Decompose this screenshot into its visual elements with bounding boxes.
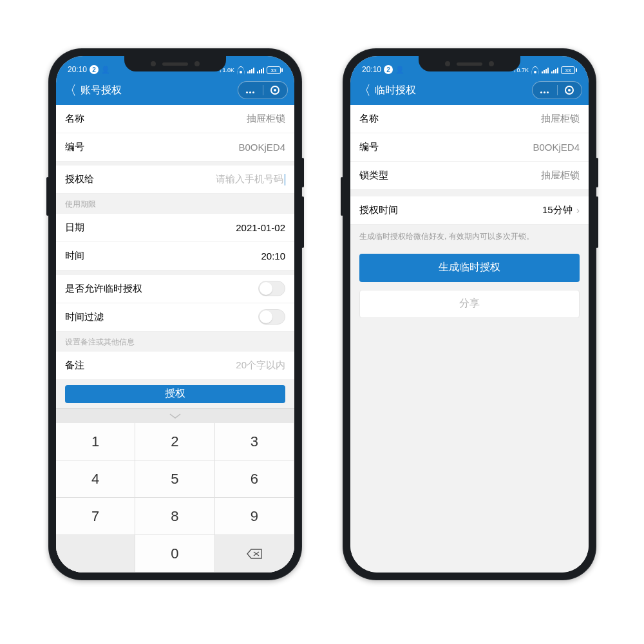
wifi-icon (531, 67, 539, 73)
key-0[interactable]: 0 (135, 535, 214, 573)
label: 名称 (65, 113, 84, 125)
value: 2021-01-02 (236, 222, 285, 233)
row-id: 编号 B0OKjED4 (56, 133, 294, 162)
status-time: 20:10 (362, 65, 381, 74)
label: 时间过滤 (65, 311, 104, 323)
close-button[interactable] (263, 86, 288, 95)
signal-icon (247, 67, 254, 73)
chevron-right-icon: › (576, 205, 580, 216)
key-8[interactable]: 8 (135, 498, 214, 535)
value: 抽屉柜锁 (247, 113, 285, 125)
signal-icon (257, 67, 264, 73)
label: 时间 (65, 250, 84, 262)
battery-icon: 33 (267, 66, 283, 74)
label: 是否允许临时授权 (65, 283, 142, 295)
phone-frame-right: 20:10 2 👤 ↕0.7K 33 〈 临时授权 名称 (343, 48, 596, 580)
label: 授权给 (65, 173, 94, 185)
row-name: 名称 抽屉柜锁 (350, 105, 589, 133)
profile-icon: 👤 (101, 66, 110, 74)
value: B0OKjED4 (533, 142, 580, 153)
phone-input[interactable]: 请输入手机号码 (216, 173, 285, 185)
label: 名称 (359, 113, 379, 125)
toggle-time-filter[interactable] (258, 309, 285, 325)
value: 15分钟 (542, 204, 573, 216)
value: 20:10 (261, 251, 285, 261)
row-allow-temp: 是否允许临时授权 (56, 275, 294, 303)
side-button (301, 196, 304, 248)
section-remark: 设置备注或其他信息 (56, 332, 294, 352)
side-button (596, 196, 598, 248)
notif-badge: 2 (90, 65, 99, 74)
key-1[interactable]: 1 (56, 423, 135, 460)
value: 抽屉柜锁 (541, 113, 580, 125)
nav-bar: 〈 账号授权 (56, 75, 294, 105)
row-auth-time[interactable]: 授权时间 15分钟 › (350, 196, 589, 225)
generate-button[interactable]: 生成临时授权 (359, 254, 580, 282)
key-5[interactable]: 5 (135, 460, 214, 498)
row-time[interactable]: 时间 20:10 (56, 242, 294, 270)
keypad-collapse[interactable] (56, 409, 294, 423)
page-title: 账号授权 (80, 84, 122, 97)
row-lock-type: 锁类型 抽屉柜锁 (350, 162, 589, 190)
signal-icon (551, 67, 558, 73)
mini-program-capsule[interactable] (532, 81, 582, 99)
value: B0OKjED4 (238, 142, 285, 153)
side-button (46, 177, 49, 216)
value: 抽屉柜锁 (541, 169, 580, 182)
page-title: 临时授权 (375, 84, 416, 97)
row-time-filter: 时间过滤 (56, 303, 294, 332)
notch (419, 56, 520, 71)
status-time: 20:10 (68, 65, 87, 74)
screen-left: 20:10 2 👤 ↕1.0K 33 〈 账号授权 名称 (56, 56, 294, 573)
key-backspace[interactable] (215, 535, 294, 573)
notif-badge: 2 (384, 65, 393, 74)
side-button (596, 158, 598, 187)
row-name: 名称 抽屉柜锁 (56, 105, 294, 133)
numeric-keypad: 1 2 3 4 5 6 7 8 9 0 (56, 408, 294, 573)
key-4[interactable]: 4 (56, 460, 135, 498)
key-3[interactable]: 3 (215, 423, 294, 460)
wifi-icon (237, 67, 245, 73)
section-period: 使用期限 (56, 194, 294, 214)
nav-bar: 〈 临时授权 (350, 75, 589, 105)
back-button[interactable]: 〈 (357, 84, 375, 97)
side-button (341, 177, 343, 216)
row-auth-to[interactable]: 授权给 请输入手机号码 (56, 166, 294, 194)
label: 授权时间 (359, 204, 398, 216)
notch (124, 56, 226, 71)
mini-program-capsule[interactable] (238, 81, 288, 99)
row-id: 编号 B0OKjED4 (350, 133, 589, 162)
screen-right: 20:10 2 👤 ↕0.7K 33 〈 临时授权 名称 (350, 56, 589, 573)
phone-frame-left: 20:10 2 👤 ↕1.0K 33 〈 账号授权 名称 (48, 48, 302, 580)
back-button[interactable]: 〈 (62, 84, 80, 97)
key-6[interactable]: 6 (215, 460, 294, 498)
label: 编号 (359, 141, 379, 153)
key-empty[interactable] (56, 535, 135, 573)
label: 锁类型 (359, 169, 388, 182)
side-button (301, 158, 304, 187)
menu-button[interactable] (533, 84, 557, 96)
battery-icon: 33 (561, 66, 577, 74)
content-left: 名称 抽屉柜锁 编号 B0OKjED4 授权给 请输入手机号码 使用期限 日期 … (56, 105, 294, 573)
menu-button[interactable] (238, 84, 263, 96)
close-button[interactable] (558, 86, 582, 95)
share-button[interactable]: 分享 (359, 290, 580, 318)
signal-icon (542, 67, 549, 73)
remark-input[interactable]: 20个字以内 (236, 359, 285, 372)
authorize-button[interactable]: 授权 (65, 385, 285, 403)
key-2[interactable]: 2 (135, 423, 214, 460)
key-7[interactable]: 7 (56, 498, 135, 535)
content-right: 名称 抽屉柜锁 编号 B0OKjED4 锁类型 抽屉柜锁 授权时间 15分钟 ›… (350, 105, 589, 573)
hint-text: 生成临时授权给微信好友, 有效期内可以多次开锁。 (350, 225, 589, 249)
toggle-allow-temp[interactable] (258, 281, 285, 296)
label: 编号 (65, 141, 84, 153)
row-date[interactable]: 日期 2021-01-02 (56, 214, 294, 242)
label: 日期 (65, 222, 84, 234)
profile-icon: 👤 (395, 66, 404, 74)
row-remark[interactable]: 备注 20个字以内 (56, 352, 294, 380)
label: 备注 (65, 359, 84, 372)
key-9[interactable]: 9 (215, 498, 294, 535)
